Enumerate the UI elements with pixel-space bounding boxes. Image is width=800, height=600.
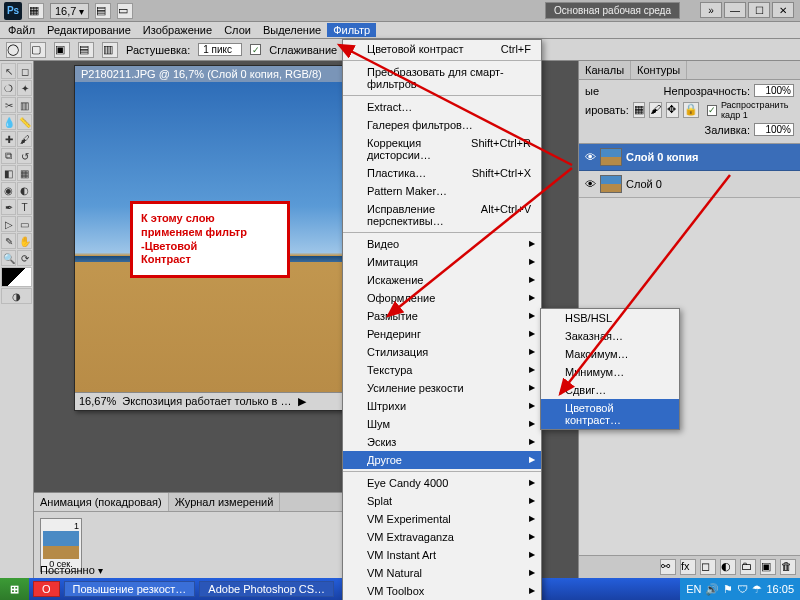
menu-image[interactable]: Изображение bbox=[137, 23, 218, 37]
zoom-tool-icon[interactable]: 🔍 bbox=[1, 250, 16, 266]
menu-plugin[interactable]: Splat bbox=[343, 492, 541, 510]
type-tool-icon[interactable]: T bbox=[17, 199, 32, 215]
zoom-combo[interactable]: 16,7 ▾ bbox=[50, 3, 89, 19]
quickmask-icon[interactable]: ◑ bbox=[1, 288, 32, 304]
submenu-minimum[interactable]: Минимум… bbox=[541, 363, 679, 381]
menu-group-texture[interactable]: Текстура bbox=[343, 361, 541, 379]
menu-group-blur[interactable]: Размытие bbox=[343, 307, 541, 325]
gradient-tool-icon[interactable]: ▦ bbox=[17, 165, 32, 181]
menu-group-brushstrokes[interactable]: Штрихи bbox=[343, 397, 541, 415]
tray-clock[interactable]: 16:05 bbox=[766, 583, 794, 595]
move-tool-icon[interactable]: ↖ bbox=[1, 63, 16, 79]
submenu-highpass[interactable]: Цветовой контраст… bbox=[541, 399, 679, 429]
maximize-icon[interactable]: ☐ bbox=[748, 2, 770, 18]
menu-group-noise[interactable]: Шум bbox=[343, 415, 541, 433]
menu-file[interactable]: Файл bbox=[2, 23, 41, 37]
menu-group-video[interactable]: Видео bbox=[343, 235, 541, 253]
brush-tool-icon[interactable]: 🖌 bbox=[17, 131, 32, 147]
shape-tool-icon[interactable]: ▭ bbox=[17, 216, 32, 232]
tab-measurement-log[interactable]: Журнал измерений bbox=[169, 493, 281, 511]
tab-channels[interactable]: Каналы bbox=[579, 61, 631, 79]
tray-icon[interactable]: ⚑ bbox=[723, 583, 733, 596]
layer-row[interactable]: 👁 Слой 0 bbox=[579, 171, 800, 198]
selection-add-icon[interactable]: ▣ bbox=[54, 42, 70, 58]
eyedropper-tool-icon[interactable]: 💧 bbox=[1, 114, 16, 130]
menu-lens-correction[interactable]: Коррекция дисторсии…Shift+Ctrl+R bbox=[343, 134, 541, 164]
document-zoom[interactable]: 16,67% bbox=[79, 395, 116, 408]
submenu-maximum[interactable]: Максимум… bbox=[541, 345, 679, 363]
marquee-tool-icon[interactable]: ◻ bbox=[17, 63, 32, 79]
menu-vanishing-point[interactable]: Исправление перспективы…Alt+Ctrl+V bbox=[343, 200, 541, 230]
loop-selector[interactable]: Постоянно ▾ bbox=[40, 564, 103, 576]
trash-icon[interactable]: 🗑 bbox=[780, 559, 796, 575]
taskbar-item-active[interactable]: Adobe Photoshop CS… bbox=[199, 581, 334, 597]
menu-edit[interactable]: Редактирование bbox=[41, 23, 137, 37]
selection-new-icon[interactable]: ▢ bbox=[30, 42, 46, 58]
close-icon[interactable]: ✕ bbox=[772, 2, 794, 18]
taskbar-opera-icon[interactable]: O bbox=[33, 581, 60, 597]
new-group-icon[interactable]: 🗀 bbox=[740, 559, 756, 575]
menu-plugin[interactable]: Eye Candy 4000 bbox=[343, 474, 541, 492]
menu-group-artistic[interactable]: Имитация bbox=[343, 253, 541, 271]
language-indicator[interactable]: EN bbox=[686, 583, 701, 595]
workspace-switcher[interactable]: Основная рабочая среда bbox=[545, 2, 680, 19]
lock-position-icon[interactable]: ✥ bbox=[666, 102, 679, 118]
layer-style-icon[interactable]: fx bbox=[680, 559, 696, 575]
start-button[interactable]: ⊞ bbox=[0, 578, 29, 600]
selection-intersect-icon[interactable]: ▥ bbox=[102, 42, 118, 58]
tab-paths[interactable]: Контуры bbox=[631, 61, 687, 79]
link-layers-icon[interactable]: ⚯ bbox=[660, 559, 676, 575]
menu-plugin[interactable]: VM Toolbox bbox=[343, 582, 541, 600]
heal-tool-icon[interactable]: ✚ bbox=[1, 131, 16, 147]
menu-pattern-maker[interactable]: Pattern Maker… bbox=[343, 182, 541, 200]
view-extras-icon[interactable]: ▤ bbox=[95, 3, 111, 19]
submenu-offset[interactable]: Сдвиг… bbox=[541, 381, 679, 399]
eraser-tool-icon[interactable]: ◧ bbox=[1, 165, 16, 181]
history-brush-icon[interactable]: ↺ bbox=[17, 148, 32, 164]
propagate-checkbox[interactable]: ✓ bbox=[707, 105, 717, 116]
layer-name[interactable]: Слой 0 bbox=[626, 178, 662, 190]
menu-convert-smart[interactable]: Преобразовать для смарт-фильтров bbox=[343, 63, 541, 93]
menu-select[interactable]: Выделение bbox=[257, 23, 327, 37]
minimize-icon[interactable]: — bbox=[724, 2, 746, 18]
dodge-tool-icon[interactable]: ◐ bbox=[17, 182, 32, 198]
menu-group-stylize[interactable]: Стилизация bbox=[343, 343, 541, 361]
menu-plugin[interactable]: VM Natural bbox=[343, 564, 541, 582]
selection-sub-icon[interactable]: ▤ bbox=[78, 42, 94, 58]
menu-group-render[interactable]: Рендеринг bbox=[343, 325, 541, 343]
menu-group-other[interactable]: Другое bbox=[343, 451, 541, 469]
pen-tool-icon[interactable]: ✒ bbox=[1, 199, 16, 215]
crop-tool-icon[interactable]: ✂ bbox=[1, 97, 16, 113]
document-title-bar[interactable]: P2180211.JPG @ 16,7% (Слой 0 копия, RGB/… bbox=[75, 66, 363, 82]
lasso-tool-icon[interactable]: ❍ bbox=[1, 80, 16, 96]
wand-tool-icon[interactable]: ✦ bbox=[17, 80, 32, 96]
submenu-hsb[interactable]: HSB/HSL bbox=[541, 309, 679, 327]
layer-row-selected[interactable]: 👁 Слой 0 копия bbox=[579, 144, 800, 171]
slice-tool-icon[interactable]: ▥ bbox=[17, 97, 32, 113]
menu-group-sketch[interactable]: Эскиз bbox=[343, 433, 541, 451]
tray-icon[interactable]: 🛡 bbox=[737, 583, 748, 595]
adjustment-layer-icon[interactable]: ◐ bbox=[720, 559, 736, 575]
lock-all-icon[interactable]: 🔒 bbox=[683, 102, 699, 118]
layer-name[interactable]: Слой 0 копия bbox=[626, 151, 698, 163]
tab-animation[interactable]: Анимация (покадровая) bbox=[34, 493, 169, 511]
menu-filter-gallery[interactable]: Галерея фильтров… bbox=[343, 116, 541, 134]
chevron-right-icon[interactable]: ▶ bbox=[298, 395, 306, 408]
blur-tool-icon[interactable]: ◉ bbox=[1, 182, 16, 198]
menu-group-sharpen[interactable]: Усиление резкости bbox=[343, 379, 541, 397]
antialias-checkbox[interactable]: ✓ bbox=[250, 44, 261, 55]
menu-plugin[interactable]: VM Instant Art bbox=[343, 546, 541, 564]
lock-pixels-icon[interactable]: 🖌 bbox=[649, 102, 662, 118]
taskbar-item[interactable]: Повышение резкост… bbox=[64, 581, 196, 597]
notes-tool-icon[interactable]: ✎ bbox=[1, 233, 16, 249]
rotate-view-icon[interactable]: ⟳ bbox=[17, 250, 32, 266]
lasso-preset-icon[interactable]: ◯ bbox=[6, 42, 22, 58]
menu-plugin[interactable]: VM Extravaganza bbox=[343, 528, 541, 546]
ruler-tool-icon[interactable]: 📏 bbox=[17, 114, 32, 130]
menu-liquify[interactable]: Пластика…Shift+Ctrl+X bbox=[343, 164, 541, 182]
feather-input[interactable] bbox=[198, 43, 242, 56]
tray-icon[interactable]: ☂ bbox=[752, 583, 762, 596]
arrange-icon[interactable]: » bbox=[700, 2, 722, 18]
menu-group-pixelate[interactable]: Оформление bbox=[343, 289, 541, 307]
layer-mask-icon[interactable]: ◻ bbox=[700, 559, 716, 575]
